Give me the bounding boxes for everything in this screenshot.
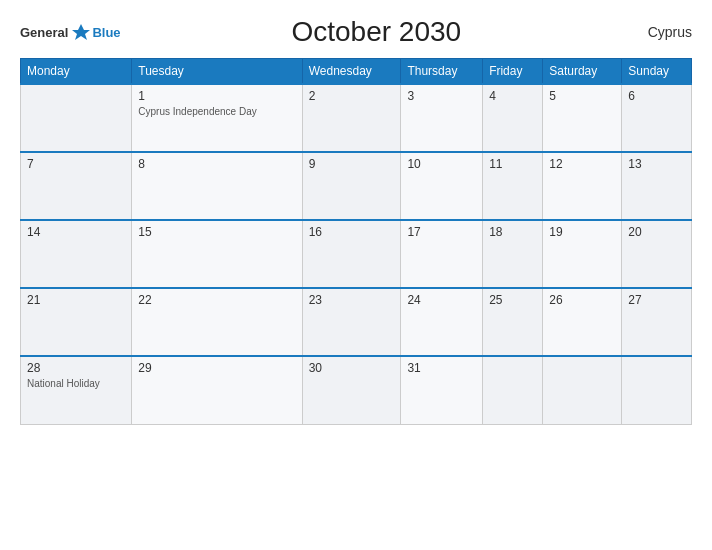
day-number: 6	[628, 89, 685, 103]
calendar-cell: 9	[302, 152, 401, 220]
day-number: 20	[628, 225, 685, 239]
calendar-cell: 16	[302, 220, 401, 288]
calendar-cell: 15	[132, 220, 302, 288]
calendar-cell: 14	[21, 220, 132, 288]
calendar-cell: 19	[543, 220, 622, 288]
day-number: 9	[309, 157, 395, 171]
day-number: 19	[549, 225, 615, 239]
logo-flag-icon	[70, 21, 92, 43]
calendar-cell	[483, 356, 543, 424]
day-number: 18	[489, 225, 536, 239]
day-number: 23	[309, 293, 395, 307]
day-number: 25	[489, 293, 536, 307]
day-number: 30	[309, 361, 395, 375]
calendar-cell: 8	[132, 152, 302, 220]
calendar-cell: 17	[401, 220, 483, 288]
day-number: 14	[27, 225, 125, 239]
day-number: 7	[27, 157, 125, 171]
day-number: 1	[138, 89, 295, 103]
day-number: 3	[407, 89, 476, 103]
col-sunday: Sunday	[622, 59, 692, 85]
calendar-cell	[622, 356, 692, 424]
day-number: 26	[549, 293, 615, 307]
calendar-cell: 23	[302, 288, 401, 356]
day-number: 24	[407, 293, 476, 307]
calendar-cell: 18	[483, 220, 543, 288]
calendar-table: Monday Tuesday Wednesday Thursday Friday…	[20, 58, 692, 425]
calendar-cell: 25	[483, 288, 543, 356]
col-wednesday: Wednesday	[302, 59, 401, 85]
day-number: 12	[549, 157, 615, 171]
calendar-cell: 29	[132, 356, 302, 424]
day-number: 5	[549, 89, 615, 103]
holiday-label: National Holiday	[27, 377, 125, 390]
calendar-week-row: 14151617181920	[21, 220, 692, 288]
day-number: 8	[138, 157, 295, 171]
calendar-cell: 24	[401, 288, 483, 356]
calendar-cell: 5	[543, 84, 622, 152]
calendar-cell: 27	[622, 288, 692, 356]
calendar-week-row: 28National Holiday293031	[21, 356, 692, 424]
logo-blue-text: Blue	[92, 26, 120, 39]
calendar-header-row: Monday Tuesday Wednesday Thursday Friday…	[21, 59, 692, 85]
day-number: 31	[407, 361, 476, 375]
calendar-cell: 12	[543, 152, 622, 220]
calendar-cell: 22	[132, 288, 302, 356]
calendar-cell: 11	[483, 152, 543, 220]
day-number: 4	[489, 89, 536, 103]
day-number: 22	[138, 293, 295, 307]
holiday-label: Cyprus Independence Day	[138, 105, 295, 118]
country-label: Cyprus	[632, 24, 692, 40]
calendar-cell: 6	[622, 84, 692, 152]
calendar-cell	[21, 84, 132, 152]
col-friday: Friday	[483, 59, 543, 85]
day-number: 27	[628, 293, 685, 307]
col-tuesday: Tuesday	[132, 59, 302, 85]
calendar-cell: 4	[483, 84, 543, 152]
day-number: 11	[489, 157, 536, 171]
col-saturday: Saturday	[543, 59, 622, 85]
calendar-week-row: 78910111213	[21, 152, 692, 220]
day-number: 15	[138, 225, 295, 239]
calendar-cell: 3	[401, 84, 483, 152]
calendar-cell: 28National Holiday	[21, 356, 132, 424]
calendar-page: General Blue October 2030 Cyprus Monday …	[0, 0, 712, 550]
calendar-cell: 13	[622, 152, 692, 220]
calendar-cell: 1Cyprus Independence Day	[132, 84, 302, 152]
calendar-title: October 2030	[121, 16, 632, 48]
calendar-cell: 21	[21, 288, 132, 356]
day-number: 2	[309, 89, 395, 103]
calendar-week-row: 1Cyprus Independence Day23456	[21, 84, 692, 152]
calendar-cell: 30	[302, 356, 401, 424]
header: General Blue October 2030 Cyprus	[20, 16, 692, 48]
day-number: 16	[309, 225, 395, 239]
calendar-cell: 10	[401, 152, 483, 220]
calendar-cell: 31	[401, 356, 483, 424]
logo-general-text: General	[20, 26, 68, 39]
calendar-cell: 20	[622, 220, 692, 288]
day-number: 21	[27, 293, 125, 307]
calendar-cell	[543, 356, 622, 424]
day-number: 13	[628, 157, 685, 171]
day-number: 28	[27, 361, 125, 375]
calendar-week-row: 21222324252627	[21, 288, 692, 356]
day-number: 10	[407, 157, 476, 171]
calendar-cell: 26	[543, 288, 622, 356]
col-monday: Monday	[21, 59, 132, 85]
logo: General Blue	[20, 21, 121, 43]
col-thursday: Thursday	[401, 59, 483, 85]
day-number: 17	[407, 225, 476, 239]
day-number: 29	[138, 361, 295, 375]
calendar-cell: 2	[302, 84, 401, 152]
calendar-cell: 7	[21, 152, 132, 220]
